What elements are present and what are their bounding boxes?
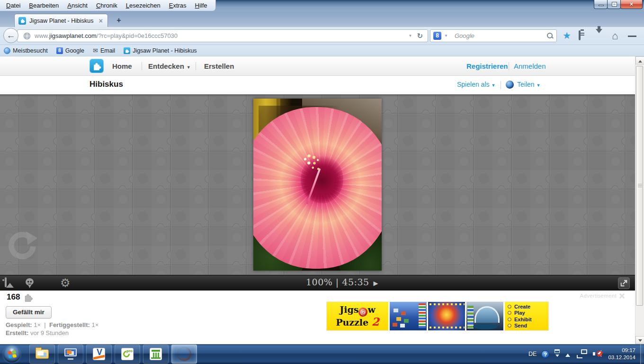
like-button[interactable]: Gefällt mir — [6, 306, 52, 318]
ad-thumb-letters — [429, 303, 465, 305]
home-icon[interactable]: ⌂ — [612, 30, 618, 42]
show-hidden-icons-icon[interactable] — [565, 351, 570, 357]
jigsaw-planet-logo[interactable] — [89, 59, 104, 73]
bullet-icon — [508, 318, 511, 321]
window-titlebar: Datei Bearbeiten Ansicht Chronik Lesezei… — [0, 0, 644, 12]
back-button[interactable]: ← — [3, 28, 18, 43]
scroll-down-button[interactable] — [635, 336, 644, 344]
tab-close-icon[interactable]: × — [98, 17, 104, 25]
scroll-up-button[interactable] — [635, 56, 644, 64]
taskbar-banking-button[interactable]: V — [86, 345, 112, 364]
ad-menu-row[interactable]: Exhibit — [508, 317, 546, 322]
search-box[interactable]: 8 ▼ — [430, 29, 557, 42]
puzzle-title-row: Hibiskus Spielen als▼ Teilen▼ — [0, 76, 635, 94]
network-icon[interactable] — [577, 349, 587, 359]
nav-entdecken[interactable]: Entdecken▼ — [148, 56, 191, 76]
language-indicator[interactable]: DE — [528, 351, 537, 357]
puzzle-preview-image — [253, 99, 382, 271]
puzzle-icon — [124, 47, 130, 54]
arrow-down-icon — [638, 339, 642, 344]
close-ad-icon[interactable] — [619, 293, 625, 299]
ad-banner[interactable]: Jigs@w Puzzle 2 Create Play Exhibit Send — [327, 302, 548, 330]
taskbar-firefox-button[interactable] — [171, 345, 197, 364]
ad-menu-row[interactable]: Create — [508, 304, 546, 309]
taskbar-buttons: V pro — [29, 345, 197, 364]
login-link[interactable]: Anmelden — [514, 56, 546, 76]
play-icon[interactable]: ▶ — [374, 280, 379, 287]
bookmarks-panel-icon[interactable] — [579, 31, 581, 40]
bookmark-meistbesucht[interactable]: Meistbesucht — [4, 47, 48, 54]
show-desktop-button[interactable] — [640, 344, 644, 364]
tray-window-icon[interactable] — [554, 349, 561, 359]
url-history-dropdown-icon[interactable]: ▼ — [406, 34, 415, 38]
close-button[interactable]: × — [620, 0, 643, 9]
tray-date: 03.12.2014 — [608, 354, 635, 361]
taskbar-display-button[interactable] — [58, 345, 83, 364]
register-link[interactable]: Registrieren — [466, 56, 508, 76]
minimize-button[interactable] — [594, 0, 608, 9]
vr-bank-icon: V — [93, 348, 105, 360]
puzzle-play-area[interactable] — [0, 94, 635, 275]
share-link[interactable]: Teilen▼ — [517, 76, 541, 94]
nav-erstellen[interactable]: Erstellen — [204, 56, 234, 76]
volume-muted-icon[interactable] — [592, 349, 602, 359]
new-tab-button[interactable]: + — [113, 16, 125, 26]
settings-gear-icon[interactable]: ⚙ — [60, 277, 71, 289]
background-image-icon[interactable] — [5, 278, 7, 287]
clipboard-icon — [579, 30, 581, 40]
scrollbar[interactable] — [635, 56, 644, 344]
scrollbar-thumb[interactable] — [636, 66, 643, 306]
ad-menu[interactable]: Create Play Exhibit Send — [503, 302, 548, 330]
menu-hilfe[interactable]: Hilfe — [191, 0, 212, 10]
search-engine-dropdown-icon[interactable]: ▼ — [441, 34, 451, 38]
ad-screenshot-2[interactable] — [427, 302, 465, 330]
ghost-preview-icon[interactable] — [24, 277, 36, 289]
bookmark-star-icon[interactable]: ★ — [563, 30, 571, 41]
pieces-count-row: 168 — [7, 292, 33, 302]
tab-title: Jigsaw Planet - Hibiskus — [29, 18, 98, 24]
menu-ansicht[interactable]: Ansicht — [63, 0, 92, 10]
menu-datei[interactable]: Datei — [2, 0, 25, 10]
stats-line-created: Erstellt: vor 9 Stunden — [6, 329, 69, 337]
search-engine-icon[interactable]: 8 — [433, 32, 441, 40]
tab-jigsaw-planet[interactable]: Jigsaw Planet - Hibiskus × — [14, 14, 108, 27]
menu-chronik[interactable]: Chronik — [92, 0, 122, 10]
menu-lesezeichen[interactable]: Lesezeichen — [122, 0, 165, 10]
maximize-button[interactable] — [607, 0, 621, 9]
nav-home[interactable]: Home — [112, 56, 132, 76]
ad-thumb-list — [467, 306, 474, 328]
search-icon[interactable] — [547, 33, 554, 39]
url-bar[interactable]: www.jigsawplanet.com/?rc=play&pid=0e16cc… — [17, 29, 428, 42]
ad-screenshot-3[interactable] — [465, 302, 503, 330]
email-icon: ✉ — [93, 47, 98, 54]
arrow-up-icon — [638, 58, 642, 63]
bookmark-jigsaw-planet[interactable]: Jigsaw Planet - Hibiskus — [124, 47, 197, 54]
google-icon: 8 — [56, 47, 63, 54]
clock[interactable]: 09:17 03.12.2014 — [608, 347, 635, 361]
bookmark-google[interactable]: 8 Google — [56, 47, 84, 54]
start-button[interactable] — [3, 346, 20, 363]
tab-bar: Jigsaw Planet - Hibiskus × + — [0, 12, 644, 27]
reload-icon[interactable]: ↻ — [415, 32, 425, 40]
fullscreen-button[interactable] — [618, 277, 630, 289]
url-text: www.jigsawplanet.com/?rc=play&pid=0e16cc… — [35, 32, 406, 39]
ad-menu-row[interactable]: Send — [508, 323, 546, 328]
bookmark-email[interactable]: ✉ Email — [93, 47, 115, 54]
zoom-and-timer-text: 100% | 45:35▶ — [306, 277, 378, 287]
search-input[interactable] — [454, 32, 547, 40]
taskbar-explorer-button[interactable] — [29, 345, 55, 364]
taskbar-pro-app-button[interactable]: pro — [115, 345, 140, 364]
menu-extras[interactable]: Extras — [165, 0, 191, 10]
help-icon[interactable]: ? — [541, 350, 549, 358]
ad-screenshot-1[interactable] — [388, 302, 427, 330]
ad-menu-row[interactable]: Play — [508, 310, 546, 316]
downloads-icon[interactable] — [596, 31, 602, 39]
ad-thumb-pieces — [394, 309, 398, 312]
menu-bearbeiten[interactable]: Bearbeiten — [25, 0, 63, 10]
ad-logo[interactable]: Jigs@w Puzzle 2 — [327, 302, 388, 330]
play-as-link[interactable]: Spielen als▼ — [457, 76, 495, 94]
scrollbar-grip — [638, 184, 642, 188]
folder-icon — [36, 349, 49, 359]
fullscreen-arrow-icon — [618, 278, 629, 289]
taskbar-bank-app-button[interactable] — [143, 345, 169, 364]
